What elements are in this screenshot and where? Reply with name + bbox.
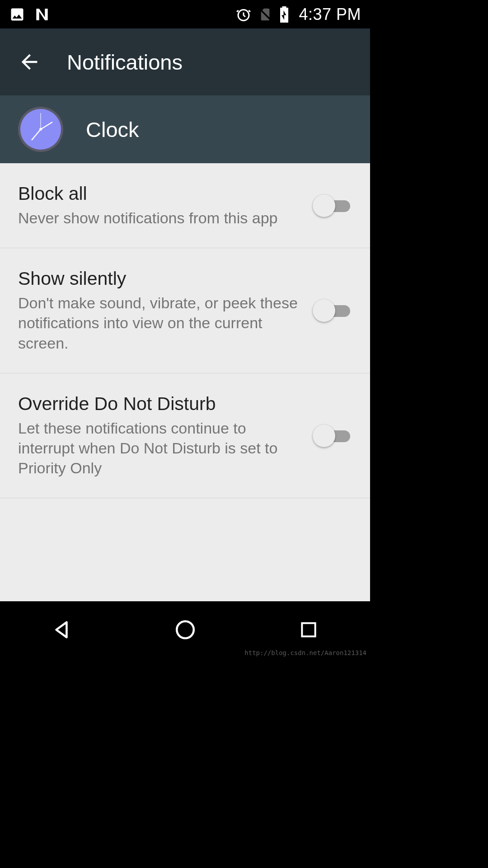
clock-app-icon <box>18 107 63 152</box>
status-right: 4:37 PM <box>235 5 361 24</box>
nav-back-button[interactable] <box>35 612 89 648</box>
battery-charging-icon <box>279 6 290 23</box>
setting-desc: Let these notifications continue to inte… <box>18 418 298 478</box>
setting-override-dnd[interactable]: Override Do Not Disturb Let these notifi… <box>0 373 370 499</box>
no-sim-icon <box>258 6 272 23</box>
app-header-row[interactable]: Clock <box>0 95 370 163</box>
android-n-icon <box>33 6 51 23</box>
app-bar: Notifications <box>0 28 370 95</box>
square-recents-icon <box>299 620 319 640</box>
switch-thumb <box>313 299 335 322</box>
status-left <box>9 6 51 23</box>
switch-override-dnd[interactable] <box>311 423 352 448</box>
triangle-back-icon <box>51 618 73 641</box>
arrow-back-icon <box>18 50 41 74</box>
setting-title: Block all <box>18 183 298 204</box>
setting-title: Override Do Not Disturb <box>18 393 298 415</box>
switch-thumb <box>313 194 335 217</box>
status-bar: 4:37 PM <box>0 0 370 28</box>
back-button[interactable] <box>8 41 51 83</box>
setting-text: Block all Never show notifications from … <box>18 183 311 228</box>
svg-point-6 <box>39 128 42 131</box>
setting-desc: Never show notifications from this app <box>18 208 298 228</box>
circle-home-icon <box>174 618 197 641</box>
watermark-text: http://blog.csdn.net/Aaron121314 <box>244 649 366 656</box>
setting-desc: Don't make sound, vibrate, or peek these… <box>18 293 298 353</box>
svg-point-7 <box>177 621 194 638</box>
setting-title: Show silently <box>18 268 298 289</box>
status-time: 4:37 PM <box>299 5 361 24</box>
settings-list: Block all Never show notifications from … <box>0 163 370 601</box>
setting-text: Show silently Don't make sound, vibrate,… <box>18 268 311 353</box>
page-title: Notifications <box>67 50 183 75</box>
nav-recents-button[interactable] <box>282 612 336 648</box>
switch-block-all[interactable] <box>311 193 352 218</box>
navigation-bar: http://blog.csdn.net/Aaron121314 <box>0 601 370 658</box>
switch-show-silently[interactable] <box>311 298 352 323</box>
switch-thumb <box>313 425 335 447</box>
nav-home-button[interactable] <box>158 612 212 648</box>
app-name-label: Clock <box>86 117 139 142</box>
image-icon <box>9 6 25 23</box>
svg-rect-8 <box>302 623 315 636</box>
setting-show-silently[interactable]: Show silently Don't make sound, vibrate,… <box>0 248 370 373</box>
device-frame: 4:37 PM Notifications Clock Block all <box>0 0 370 658</box>
alarm-icon <box>235 6 252 23</box>
setting-text: Override Do Not Disturb Let these notifi… <box>18 393 311 478</box>
setting-block-all[interactable]: Block all Never show notifications from … <box>0 163 370 248</box>
